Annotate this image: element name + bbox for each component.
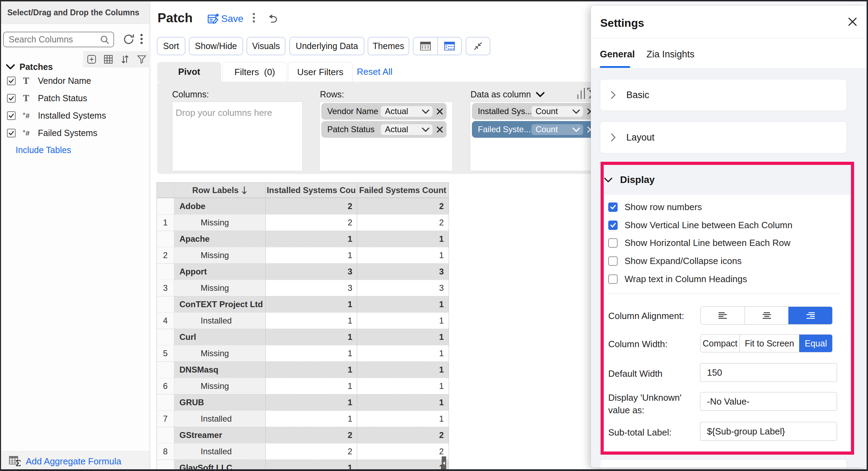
aggregate-select[interactable]: Actual [381,124,433,135]
tab-general[interactable]: General [600,47,635,62]
default-width-input[interactable] [700,363,837,382]
unknown-value-input[interactable] [700,392,837,411]
sidebar-field-patch-status[interactable]: TPatch Status [7,92,146,104]
chip-label: Patch Status [327,125,381,134]
chevron-down-icon [6,64,15,70]
display-option-1[interactable]: Show row numbers [608,202,702,212]
search-input[interactable] [9,32,96,47]
checkbox-unchecked[interactable] [608,274,618,284]
tab-filters[interactable]: Filters (0) [223,62,287,82]
pivot-data-row[interactable]: 7Installed11 [157,410,449,427]
visuals-button[interactable]: Visuals [247,37,286,55]
add-aggregate-formula[interactable]: Add Aggregate Formula [0,451,150,471]
pivot-data-row[interactable]: 3Missing33 [157,280,449,296]
rows-dropzone[interactable]: Vendor NameActualPatch StatusActual [319,102,453,171]
pivot-group-row[interactable]: GRUB11 [157,394,449,410]
sidebar-field-installed-systems[interactable]: +#Installed Systems [7,110,146,121]
checkbox-checked[interactable] [7,94,16,103]
show-hide-button[interactable]: Show/Hide [189,37,243,55]
pivot-data-row[interactable]: 5Missing11 [157,345,449,361]
field-chip-installed-sys-[interactable]: Installed Sys...Count [472,103,597,120]
checkbox-checked[interactable] [608,202,618,212]
checkbox-checked[interactable] [7,129,16,137]
checkbox-unchecked[interactable] [608,256,618,266]
tab-user-filters[interactable]: User Filters [288,62,353,82]
option-label: Show row numbers [625,202,702,213]
section-next[interactable] [600,459,847,468]
checkbox-unchecked[interactable] [608,238,618,248]
aggregate-select[interactable]: Actual [381,106,433,117]
column-header-row-labels[interactable]: Row Labels [174,183,266,198]
pivot-group-row[interactable]: Apport33 [157,263,449,280]
section-display-header[interactable]: Display [604,165,851,195]
pivot-data-row[interactable]: 1Missing22 [157,214,449,231]
remove-chip-icon[interactable] [433,126,447,133]
pivot-group-row[interactable]: GStreamer22 [157,427,449,443]
sort-button[interactable]: Sort [157,37,185,55]
column-header-installed[interactable]: Installed Systems Cou [266,183,357,198]
align-center-button[interactable] [745,307,788,324]
display-option-5[interactable]: Wrap text in Column Headings [608,274,747,284]
pivot-data-row[interactable]: 6Missing11 [157,378,449,394]
column-header-failed[interactable]: Failed Systems Count [357,183,448,198]
width-equal-button[interactable]: Equal [799,335,832,352]
display-option-3[interactable]: Show Horizontal Line between Each Row [608,238,790,248]
pivot-group-row[interactable]: Curl11 [157,329,449,345]
subtotal-input[interactable] [700,422,837,441]
refresh-icon[interactable] [122,33,135,46]
pivot-group-row[interactable]: Apache11 [157,231,449,247]
pivot-view-button[interactable] [437,38,461,55]
display-option-2[interactable]: Show Vertical Line between Each Column [608,220,793,230]
table-view-button[interactable] [413,38,437,55]
more-options-icon[interactable] [248,12,255,24]
width-compact-button[interactable]: Compact [701,335,739,352]
checkbox-checked[interactable] [608,221,618,230]
section-layout[interactable]: Layout [600,121,847,153]
pivot-group-row[interactable]: DNSMasq11 [157,361,449,378]
checkbox-checked[interactable] [7,111,16,120]
sidebar-field-failed-systems[interactable]: +#Failed Systems [7,127,146,139]
layout-section-label: Layout [626,132,654,143]
row-label-cell: Missing [174,280,266,296]
field-chip-failed-syste-[interactable]: Failed Syste...Count [472,121,597,138]
sidebar-kebab-icon[interactable] [136,33,143,46]
remove-chip-icon[interactable] [433,108,447,115]
align-left-button[interactable] [701,307,745,324]
window-frame-bottom [0,469,868,471]
align-right-button[interactable] [788,307,832,324]
close-icon[interactable] [847,16,858,27]
pivot-data-row[interactable]: 8Installed22 [157,443,449,460]
sidebar-field-vendor-name[interactable]: TVendor Name [7,75,146,87]
row-number-cell [157,231,174,247]
pivot-group-row[interactable]: ConTEXT Project Ltd11 [157,296,449,312]
field-chip-patch-status[interactable]: Patch StatusActual [321,121,447,138]
field-chip-vendor-name[interactable]: Vendor NameActual [321,103,447,120]
reset-all-link[interactable]: Reset All [357,62,393,82]
filter-icon[interactable] [137,55,146,64]
tab-zia-insights[interactable]: Zia Insights [646,47,694,62]
undo-icon[interactable] [268,14,278,23]
include-tables-link[interactable]: Include Tables [16,145,71,155]
pivot-data-row[interactable]: 4Installed11 [157,312,449,329]
themes-button[interactable]: Themes [368,37,409,55]
underlying-data-button[interactable]: Underlying Data [289,37,364,55]
patches-section-header[interactable]: Patches [6,61,53,72]
pivot-group-row[interactable]: Adobe22 [157,198,449,214]
collapse-button[interactable] [466,37,490,55]
add-column-icon[interactable] [87,55,96,64]
hscroll-left-arrow[interactable] [442,456,446,470]
data-dropzone[interactable]: Installed Sys...CountFailed Syste...Coun… [470,102,603,171]
width-fit-to-screen-button[interactable]: Fit to Screen [739,335,799,352]
checkbox-checked[interactable] [7,77,16,85]
aggregate-select[interactable]: Count [531,106,583,117]
section-basic[interactable]: Basic [600,79,847,111]
sort-order-icon[interactable] [120,55,130,64]
grid-icon[interactable] [104,55,113,64]
columns-dropzone[interactable]: Drop your columns here [172,102,303,171]
tab-pivot[interactable]: Pivot [157,62,221,82]
data-as-column-label[interactable]: Data as column [471,89,545,99]
save-button[interactable]: Save [207,13,243,25]
pivot-data-row[interactable]: 2Missing11 [157,247,449,263]
aggregate-select[interactable]: Count [531,124,583,135]
display-option-4[interactable]: Show Expand/Collapse icons [608,256,742,266]
